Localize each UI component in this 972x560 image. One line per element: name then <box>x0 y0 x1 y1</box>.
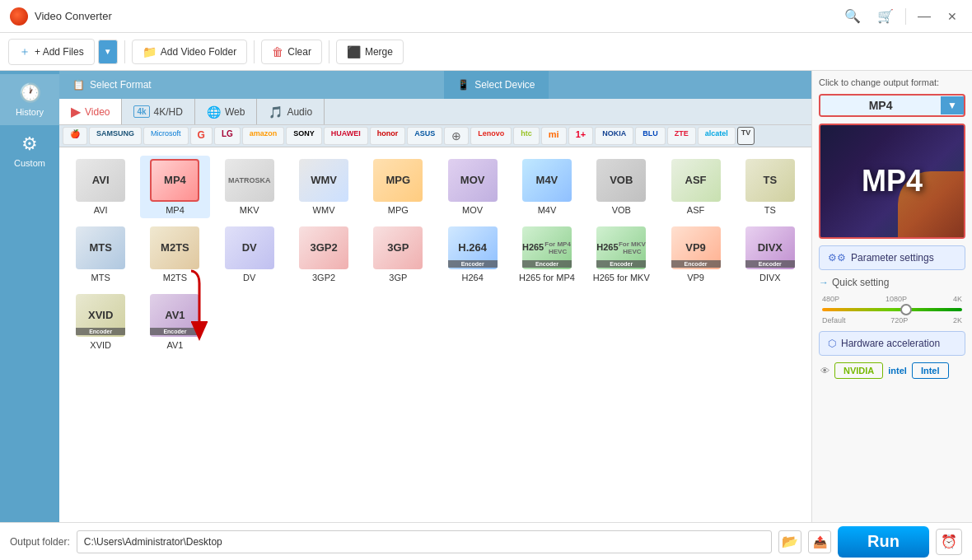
param-settings-icon: ⚙⚙ <box>828 252 846 264</box>
tab-4khd[interactable]: 4k 4K/HD <box>122 99 194 124</box>
clear-icon: 🗑 <box>272 45 283 58</box>
brand-alcatel[interactable]: alcatel <box>698 127 736 145</box>
intel-badge[interactable]: Intel <box>912 362 949 379</box>
sidebar-item-history[interactable]: 🕐 History <box>0 74 59 125</box>
m4v-label: M4V <box>538 205 557 215</box>
ts-icon: TS <box>745 159 795 202</box>
video-format-section: 📋 Select Format 📱 Select Device ▶ Video <box>59 71 811 522</box>
format-item-mts[interactable]: MTS MTS <box>66 223 135 286</box>
tab-audio[interactable]: 🎵 Audio <box>257 99 325 124</box>
brand-honor[interactable]: honor <box>370 127 406 145</box>
output-format-selector[interactable]: MP4 ▼ <box>819 94 965 117</box>
format-item-3gp2[interactable]: 3GP2 3GP2 <box>289 223 358 286</box>
bottom-bar: Output folder: 📂 📤 Run ⏰ <box>0 522 972 560</box>
brand-google[interactable]: G <box>190 127 213 145</box>
brand-blu[interactable]: BLU <box>635 127 666 145</box>
format-item-3gp[interactable]: 3GP 3GP <box>363 223 432 286</box>
brand-asus[interactable]: ASUS <box>407 127 442 145</box>
parameter-settings-button[interactable]: ⚙⚙ Parameter settings <box>819 245 965 270</box>
audio-tab-label: Audio <box>287 106 312 118</box>
brand-microsoft[interactable]: Microsoft <box>143 127 189 145</box>
nvidia-badge[interactable]: NVIDIA <box>834 362 883 379</box>
format-item-vob[interactable]: VOB VOB <box>586 156 656 218</box>
brand-tv[interactable]: TV <box>737 127 755 145</box>
output-format-dropdown-btn[interactable]: ▼ <box>941 96 964 114</box>
cart-icon[interactable]: 🛒 <box>872 7 899 26</box>
sidebar-item-custom[interactable]: ⚙ Custom <box>0 125 59 176</box>
brand-zte[interactable]: ZTE <box>667 127 696 145</box>
format-item-divx[interactable]: DIVX Encoder DIVX <box>736 223 805 286</box>
mp4-label: MP4 <box>166 205 185 215</box>
format-item-m2ts[interactable]: M2TS M2TS <box>140 223 209 286</box>
quality-track[interactable] <box>822 308 962 311</box>
brand-htc[interactable]: htc <box>513 127 540 145</box>
mkv-icon: MATROSKA <box>225 159 274 202</box>
label-480p: 480P <box>822 295 839 303</box>
quality-thumb[interactable] <box>900 304 912 315</box>
tab-web[interactable]: 🌐 Web <box>195 99 257 124</box>
format-item-dv[interactable]: DV DV <box>215 223 284 286</box>
format-item-h265mkv[interactable]: H265 For MKV HEVC Encoder H265 for MKV <box>586 223 656 286</box>
label-2k: 2K <box>953 316 962 324</box>
brand-motorola[interactable]: ⊕ <box>444 127 469 145</box>
format-item-m4v[interactable]: M4V M4V <box>512 156 582 218</box>
ts-label: TS <box>764 205 776 215</box>
brand-mi[interactable]: mi <box>541 127 567 145</box>
vp9-icon: VP9 Encoder <box>671 226 721 269</box>
titlebar: Video Converter 🔍 🛒 — ✕ <box>0 0 972 33</box>
format-item-avi[interactable]: AVI AVI <box>66 156 135 218</box>
alarm-button[interactable]: ⏰ <box>936 529 962 555</box>
brand-samsung[interactable]: SAMSUNG <box>89 127 142 145</box>
select-device-btn[interactable]: 📱 Select Device <box>444 71 548 99</box>
browse-folder-button[interactable]: 📂 <box>778 530 801 553</box>
format-item-xvid[interactable]: XVID Encoder XVID <box>66 291 135 353</box>
brand-sony[interactable]: SONY <box>286 127 322 145</box>
export-button[interactable]: 📤 <box>808 530 831 553</box>
output-path-input[interactable] <box>77 530 772 553</box>
run-button[interactable]: Run <box>838 526 929 558</box>
h264-icon: H.264 Encoder <box>448 226 498 269</box>
select-format-btn[interactable]: 📋 Select Format <box>59 71 165 99</box>
brand-huawei[interactable]: HUAWEI <box>324 127 368 145</box>
tab-video[interactable]: ▶ Video <box>59 99 122 124</box>
format-tabs-row: ▶ Video 4k 4K/HD 🌐 Web 🎵 Audio <box>59 99 811 125</box>
add-files-button[interactable]: ＋ + Add Files <box>8 39 95 65</box>
format-item-wmv[interactable]: WMV WMV <box>289 156 358 218</box>
brand-amazon[interactable]: amazon <box>242 127 285 145</box>
format-item-asf[interactable]: ASF ASF <box>661 156 730 218</box>
add-video-folder-button[interactable]: 📁 Add Video Folder <box>132 40 248 64</box>
format-item-mp4[interactable]: MP4 MP4 <box>140 156 209 218</box>
format-item-h264[interactable]: H.264 Encoder H264 <box>438 223 507 286</box>
quality-top-labels: 480P 1080P 4K <box>822 295 962 303</box>
brand-apple[interactable]: 🍎 <box>63 127 87 145</box>
xvid-encoder-badge: Encoder <box>76 328 125 335</box>
search-icon[interactable]: 🔍 <box>839 7 866 26</box>
minimize-button[interactable]: — <box>913 7 936 26</box>
merge-button[interactable]: ⬛ Merge <box>336 40 404 64</box>
format-item-av1[interactable]: AV1 Encoder AV1 <box>140 291 209 353</box>
format-item-h265mp4[interactable]: H265 For MP4 HEVC Encoder H265 for MP4 <box>512 223 582 286</box>
mts-icon: MTS <box>76 226 125 269</box>
clear-button[interactable]: 🗑 Clear <box>261 40 322 64</box>
close-button[interactable]: ✕ <box>942 8 962 25</box>
label-1080p: 1080P <box>886 295 907 303</box>
brand-lenovo[interactable]: Lenovo <box>470 127 512 145</box>
brand-nokia[interactable]: NOKIA <box>595 127 633 145</box>
merge-label: Merge <box>365 46 393 58</box>
h264-encoder-badge: Encoder <box>448 260 498 268</box>
quality-slider-container: 480P 1080P 4K Default 720P 2K <box>819 295 965 324</box>
main-area: 🕐 History ⚙ Custom <box>0 71 972 522</box>
add-files-dropdown[interactable]: ▼ <box>98 40 118 64</box>
format-item-mpg[interactable]: MPG MPG <box>363 156 432 218</box>
format-item-mkv[interactable]: MATROSKA MKV <box>215 156 284 218</box>
label-default: Default <box>822 316 846 324</box>
brand-oneplus[interactable]: 1+ <box>568 127 594 145</box>
format-item-ts[interactable]: TS TS <box>736 156 805 218</box>
quick-setting-text: Quick setting <box>832 277 889 288</box>
output-format-preview[interactable]: MP4 <box>819 124 965 239</box>
format-item-vp9[interactable]: VP9 Encoder VP9 <box>661 223 730 286</box>
format-item-mov[interactable]: MOV MOV <box>438 156 507 218</box>
hardware-acceleration-button[interactable]: ⬡ Hardware acceleration <box>819 331 965 356</box>
brand-lg[interactable]: LG <box>214 127 241 145</box>
h265mp4-icon: H265 For MP4 HEVC Encoder <box>522 226 572 269</box>
